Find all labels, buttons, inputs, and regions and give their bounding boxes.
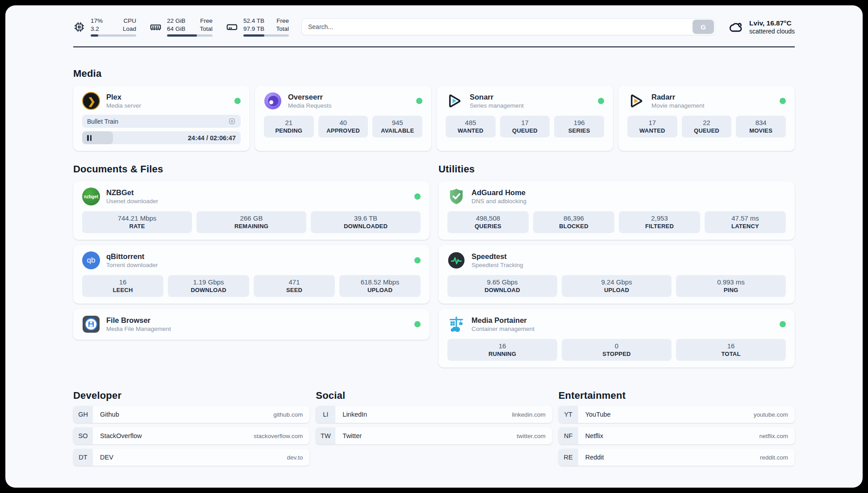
app-title-speedtest: Speedtest (472, 252, 523, 261)
ram-total-value: 64 GiB (167, 25, 185, 33)
now-playing-row: Bullet Train (82, 115, 241, 128)
app-card-adguard[interactable]: AdGuard Home DNS and adblocking 498,508Q… (438, 181, 795, 240)
cpu-icon (73, 21, 85, 33)
sonarr-icon (446, 92, 463, 110)
link-linkedin[interactable]: LI LinkedIn linkedin.com (316, 406, 552, 423)
link-stackoverflow[interactable]: SO StackOverflow stackoverflow.com (73, 427, 309, 444)
cloud-icon (728, 19, 744, 35)
overseerr-icon (264, 92, 282, 110)
ram-label-1: Free (200, 17, 213, 25)
app-card-overseerr[interactable]: Overseerr Media Requests 21PENDING 40APP… (255, 86, 431, 151)
app-title-filebrowser: File Browser (106, 316, 171, 325)
playback-time: 24:44 / 02:06:47 (188, 134, 236, 142)
cpu-label-1: CPU (123, 17, 136, 25)
stat-wanted: 17WANTED (627, 116, 677, 138)
link-name: LinkedIn (342, 411, 367, 418)
stat-upload: 618.52 MbpsUPLOAD (339, 275, 421, 297)
stat-movies: 834MOVIES (736, 116, 786, 138)
link-badge: RE (559, 449, 578, 466)
app-card-sonarr[interactable]: Sonarr Series management 485WANTED 17QUE… (437, 86, 613, 151)
link-dev[interactable]: DT DEV dev.to (73, 449, 309, 466)
section-title-developer: Developer (73, 390, 309, 401)
portainer-icon (447, 315, 465, 333)
weather-widget[interactable]: Lviv, 16.87°C scattered clouds (728, 19, 795, 35)
link-netflix[interactable]: NF Netflix netflix.com (559, 427, 795, 444)
app-card-qbittorrent[interactable]: qb qBittorrent Torrent downloader 16LEEC… (73, 245, 430, 304)
app-card-portainer[interactable]: Media Portainer Container management 16R… (438, 309, 795, 368)
link-url: dev.to (287, 454, 303, 461)
app-card-nzbget[interactable]: nzbget NZBGet Usenet downloader 744.21 M… (73, 181, 430, 240)
link-name: YouTube (585, 411, 611, 418)
link-url: reddit.com (760, 454, 788, 461)
link-youtube[interactable]: YT YouTube youtube.com (559, 406, 795, 423)
link-group-entertainment: Entertainment YT YouTube youtube.com NF … (559, 390, 795, 466)
stat-running: 16RUNNING (447, 339, 557, 361)
stat-download: 1.19 GbpsDOWNLOAD (168, 275, 249, 297)
app-subtitle-adguard: DNS and adblocking (472, 198, 526, 205)
disk-label-2: Total (276, 25, 289, 33)
adguard-icon (447, 188, 465, 205)
app-subtitle-filebrowser: Media File Management (106, 326, 171, 332)
section-title-documents: Documents & Files (73, 163, 430, 175)
now-playing-title: Bullet Train (87, 118, 118, 125)
section-title-utilities: Utilities (438, 163, 795, 175)
link-twitter[interactable]: TW Twitter twitter.com (316, 427, 552, 444)
stat-series: 196SERIES (554, 116, 604, 138)
link-url: netflix.com (759, 433, 788, 439)
stat-stopped: 0STOPPED (562, 339, 672, 361)
link-badge: DT (73, 449, 93, 466)
link-name: Reddit (585, 454, 604, 461)
filebrowser-icon (82, 315, 100, 333)
app-subtitle-overseerr: Media Requests (288, 102, 332, 109)
app-card-speedtest[interactable]: Speedtest Speedtest Tracking 9.65 GbpsDO… (438, 245, 795, 304)
link-url: youtube.com (754, 411, 788, 418)
stat-queries: 498,508QUERIES (447, 211, 529, 233)
stat-seed: 471SEED (254, 275, 335, 297)
weather-condition: scattered clouds (749, 28, 795, 35)
stat-pending: 21PENDING (264, 116, 314, 138)
app-card-radarr[interactable]: Radarr Movie management 17WANTED 22QUEUE… (618, 86, 795, 151)
stat-total: 16TOTAL (676, 339, 786, 361)
stat-rate: 744.21 MbpsRATE (82, 211, 192, 233)
session-screen-icon[interactable] (228, 117, 236, 125)
app-card-plex[interactable]: ❯ Plex Media server Bullet Train (73, 86, 250, 151)
ram-stat: 22 GiB 64 GiB Free Total (150, 17, 213, 37)
app-card-filebrowser[interactable]: File Browser Media File Management (73, 309, 430, 340)
link-url: twitter.com (517, 433, 546, 439)
stat-blocked: 86,396BLOCKED (533, 211, 614, 233)
app-title-radarr: Radarr (651, 93, 705, 101)
cpu-percent: 17% (91, 17, 103, 25)
search-input[interactable] (301, 18, 715, 35)
playback-progress-bar[interactable]: 24:44 / 02:06:47 (82, 131, 241, 144)
app-subtitle-portainer: Container management (472, 326, 534, 332)
app-subtitle-radarr: Movie management (651, 102, 705, 109)
link-reddit[interactable]: RE Reddit reddit.com (559, 449, 795, 466)
status-online-dot (416, 98, 422, 104)
link-badge: TW (316, 427, 335, 444)
link-badge: YT (559, 406, 578, 423)
search-engine-button[interactable]: G (693, 20, 714, 34)
qbittorrent-icon: qb (82, 251, 100, 269)
status-online-dot (414, 321, 421, 327)
section-title-entertainment: Entertainment (559, 390, 795, 401)
status-online-dot (780, 98, 786, 104)
status-online-dot (414, 257, 421, 263)
stat-downloaded: 39.6 TBDOWNLOADED (311, 211, 421, 233)
app-title-sonarr: Sonarr (470, 93, 524, 101)
stat-upload: 9.24 GbpsUPLOAD (562, 275, 672, 297)
search-bar: G (301, 18, 715, 35)
stat-ping: 0.993 msPING (676, 275, 786, 297)
disk-total-value: 97.9 TB (243, 25, 264, 33)
app-subtitle-speedtest: Speedtest Tracking (472, 262, 523, 268)
stat-leech: 16LEECH (82, 275, 163, 297)
stat-filtered: 2,953FILTERED (619, 211, 700, 233)
pause-icon[interactable] (87, 135, 92, 141)
link-github[interactable]: GH Github github.com (73, 406, 309, 423)
cpu-load-value: 3.2 (91, 25, 103, 33)
stat-latency: 47.57 msLATENCY (705, 211, 786, 233)
disk-progress-bar (243, 34, 289, 37)
cpu-progress-bar (91, 34, 136, 37)
nzbget-icon: nzbget (82, 188, 100, 205)
system-stats: 17% 3.2 CPU Load (73, 17, 289, 37)
app-title-overseerr: Overseerr (288, 93, 332, 101)
